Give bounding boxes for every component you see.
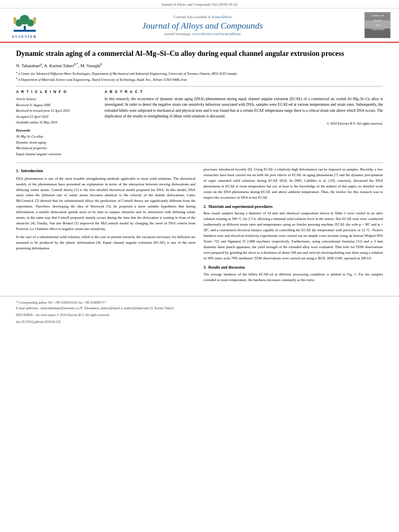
journal-title: Journal of Alloys and Compounds — [47, 21, 358, 31]
journal-homepage: journal homepage: www.elsevier.com/locat… — [47, 32, 358, 36]
svg-text:AND: AND — [376, 24, 380, 26]
email-label: E-mail addresses: — [16, 306, 39, 311]
body-left-col: 1. Introduction DSA phenomenon is one of… — [16, 167, 195, 285]
svg-point-8 — [33, 17, 36, 21]
svg-point-3 — [15, 19, 23, 27]
journal-citation: Journal of Alloys and Compounds 502 (201… — [161, 2, 238, 6]
intro-para-2: In the case of a substitutional solid so… — [16, 234, 195, 251]
issn-line: 0925-8388/$ – see front matter © 2010 El… — [16, 313, 383, 318]
email-line: E-mail addresses: nima.tabatabaei@utoron… — [16, 306, 383, 311]
keyword-3: Mechanical properties — [16, 145, 97, 151]
keyword-1: Al–Mg–Si–Cu alloy — [16, 134, 97, 139]
abstract-text: In this research, the occurrence of dyna… — [105, 96, 383, 119]
article-info-abstract: A R T I C L E I N F O Article history: R… — [16, 90, 383, 157]
doi-text: doi:10.1016/j.jallcom.2010.04.125 — [16, 320, 61, 324]
journal-cover-icon: JOURNAL OF ALLOYS AND COMPOUNDS — [365, 12, 390, 38]
sciencedirect-line: Contents lists available at ScienceDirec… — [47, 14, 358, 19]
body-columns: 1. Introduction DSA phenomenon is one of… — [16, 167, 383, 285]
doi-line: doi:10.1016/j.jallcom.2010.04.125 — [16, 320, 383, 325]
svg-rect-7 — [14, 21, 16, 24]
sciencedirect-link[interactable]: ScienceDirect — [212, 15, 232, 19]
svg-text:COMPOUNDS: COMPOUNDS — [371, 28, 385, 31]
journal-logo-box: JOURNAL OF ALLOYS AND COMPOUNDS — [364, 12, 391, 38]
elsevier-brand-text: ELSEVIER — [12, 35, 37, 39]
svg-text:JOURNAL OF: JOURNAL OF — [371, 14, 384, 17]
section2-title: 2. Materials and experimental procedures — [204, 204, 383, 210]
author-2: A. Karimi Taheri — [44, 63, 74, 68]
affiliation-a: a a Center for Advanced Diffusion-Wave T… — [16, 70, 383, 76]
keyword-2: Dynamic strain aging — [16, 140, 97, 145]
divider-1 — [16, 86, 383, 86]
svg-point-6 — [13, 17, 16, 21]
author-1: N. Tabatabaei — [16, 63, 41, 68]
article-info-col: A R T I C L E I N F O Article history: R… — [16, 90, 97, 157]
corresponding-note-text: * Corresponding author. Tel.: +98 216616… — [16, 300, 107, 306]
revised-date: Received in revised form 12 April 2010 — [16, 108, 97, 113]
received-date: Received 11 August 2008 — [16, 102, 97, 108]
section3-title: 3. Results and discussion — [204, 265, 383, 271]
author-3: M. Vaseghi — [80, 63, 101, 68]
available-online: Available online 16 May 2010 — [16, 119, 97, 125]
author-2-sup: b,* — [74, 62, 78, 66]
keywords-label: Keywords: — [16, 128, 97, 132]
issn-text: 0925-8388/$ – see front matter © 2010 El… — [16, 313, 110, 317]
authors-line: N. Tabatabaeia, A. Karimi Taherib,*, M. … — [16, 62, 383, 68]
author-1-sup: a — [41, 62, 42, 66]
main-content: Dynamic strain aging of a commercial Al–… — [0, 43, 399, 292]
copyright-line: © 2010 Elsevier B.V. All rights reserved… — [105, 121, 383, 125]
journal-title-area: Contents lists available at ScienceDirec… — [47, 14, 358, 36]
svg-text:ALLOYS: ALLOYS — [374, 19, 382, 22]
abstract-col: A B S T R A C T In this research, the oc… — [105, 90, 383, 157]
svg-rect-9 — [33, 21, 36, 24]
intro-continued: processes introduced recently [6]. Using… — [204, 167, 383, 201]
body-right-col: processes introduced recently [6]. Using… — [204, 167, 383, 285]
section3-text: The average hardness of the billets ECAE… — [204, 272, 383, 283]
svg-point-4 — [27, 19, 34, 27]
elsevier-logo-area: ELSEVIER — [6, 12, 43, 39]
keywords-list: Al–Mg–Si–Cu alloy Dynamic strain aging M… — [16, 134, 97, 157]
article-title: Dynamic strain aging of a commercial Al–… — [16, 49, 383, 58]
history-label: Article history: — [16, 96, 97, 102]
footer: * Corresponding author. Tel.: +98 216616… — [0, 296, 399, 327]
intro-para-1: DSA phenomenon is one of the most feasib… — [16, 176, 195, 232]
elsevier-logo-icon — [8, 12, 42, 34]
accepted-date: Accepted 23 April 2010 — [16, 114, 97, 119]
section1-title: 1. Introduction — [16, 168, 195, 174]
affiliations: a a Center for Advanced Diffusion-Wave T… — [16, 70, 383, 82]
corresponding-author-note: * Corresponding author. Tel.: +98 216616… — [16, 300, 383, 306]
article-info-header: A R T I C L E I N F O — [16, 90, 97, 94]
affiliation-b: b b Department of Materials Science and … — [16, 76, 383, 82]
article-history: Article history: Received 11 August 2008… — [16, 96, 97, 125]
keyword-4: Equal channel angular extrusion — [16, 151, 97, 157]
journal-header: ELSEVIER Contents lists available at Sci… — [0, 8, 399, 43]
section2-text: Raw round samples having a diameter of 1… — [204, 211, 383, 261]
divider-2 — [16, 162, 383, 163]
svg-rect-5 — [14, 30, 36, 32]
page-wrapper: Journal of Alloys and Compounds 502 (201… — [0, 0, 399, 532]
abstract-header: A B S T R A C T — [105, 90, 383, 94]
email-addresses: nima.tabatabaei@utoronto.ca (N. Tabataba… — [41, 306, 174, 311]
journal-citation-bar: Journal of Alloys and Compounds 502 (201… — [0, 0, 399, 8]
journal-logo-right: JOURNAL OF ALLOYS AND COMPOUNDS — [362, 12, 393, 38]
journal-url[interactable]: www.elsevier.com/locate/jallcom — [192, 32, 241, 36]
author-3-sup: b — [101, 62, 102, 66]
